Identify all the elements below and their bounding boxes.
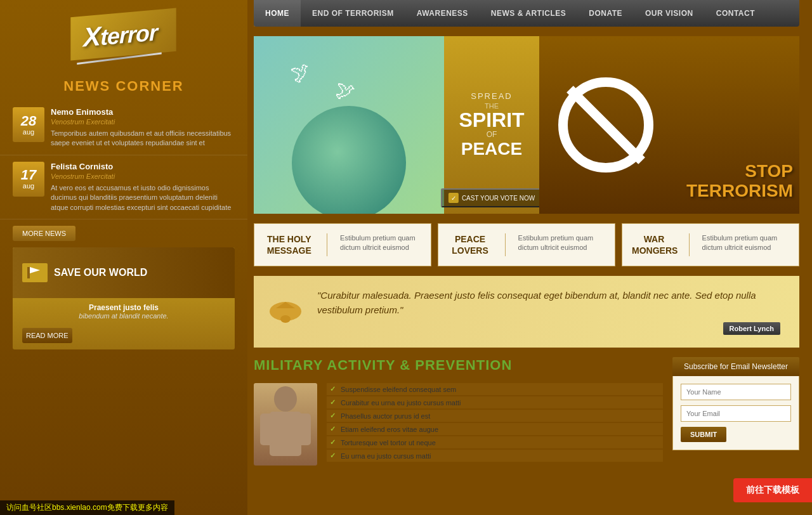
logo-area: Xterror: [0, 0, 247, 68]
name-input[interactable]: [681, 384, 791, 400]
list-text-0: Suspendisse eleifend consequat sem: [341, 386, 456, 393]
info-box-title-3: WAR MONGERS: [632, 233, 676, 256]
info-box-text-3: Estibulum pretium quam dictum ultricit e…: [702, 233, 789, 256]
military-list: ✓ Suspendisse eleifend consequat sem ✓ C…: [327, 383, 663, 466]
nav-our-vision[interactable]: OUR VISION: [634, 0, 705, 27]
spirit-text: SPIRIT: [459, 110, 524, 130]
peace-text: PEACE: [461, 139, 522, 159]
check-icon-4: ✓: [330, 438, 336, 447]
of-text: OF: [487, 130, 497, 139]
info-box-divider-1: [327, 233, 327, 256]
news-date-box-1: 28 aug: [13, 107, 44, 142]
news-subtitle-2: Venostrum Exercitati: [51, 173, 235, 180]
svg-point-5: [274, 386, 297, 412]
read-more-button[interactable]: READ MORE: [22, 328, 72, 343]
checkmark-icon: ✓: [449, 193, 459, 203]
nav-contact[interactable]: CONTACT: [705, 0, 766, 27]
info-box-text-1: Estibulum pretium quam dictum ultricit e…: [340, 233, 421, 256]
nav-awareness[interactable]: AWARENESS: [405, 0, 480, 27]
vote-btn-label: CAST YOUR VOTE NOW: [462, 195, 535, 202]
nav-news-articles[interactable]: NEWS & ARTICLES: [480, 0, 577, 27]
news-item-2: 17 aug Felista Cornisto Venostrum Exerci…: [0, 155, 247, 219]
stop-text: STOP: [686, 162, 793, 181]
save-world-banner: SAVE OUR WORLD: [13, 247, 235, 298]
email-input[interactable]: [681, 405, 791, 422]
spread-text: SPREAD: [471, 91, 512, 101]
info-box-text-2: Estibulum pretium quam dictum ultricit e…: [518, 233, 605, 256]
news-item-1: 28 aug Nemo Enimosta Venostrum Exercitat…: [0, 101, 247, 155]
logo-x: X: [84, 21, 101, 53]
list-text-5: Eu urna eu justo cursus matti: [341, 452, 431, 460]
terrorism-text: TERRORISM: [686, 181, 793, 201]
save-world-desc-title: Praesent justo felis: [22, 303, 225, 312]
military-section-title: MILITARY ACTIVITY & PREVENTION: [254, 357, 663, 374]
news-text-2: At vero eos et accusamus et iusto odio d…: [51, 183, 235, 212]
no-symbol-icon: [558, 77, 653, 173]
submit-button[interactable]: SUBMIT: [681, 427, 726, 442]
sidebar: Xterror NEWS CORNER 28 aug Nemo Enimosta…: [0, 0, 247, 478]
svg-rect-7: [260, 414, 273, 445]
nav-donate[interactable]: DONATE: [577, 0, 634, 27]
main-nav: HOME END OF TERRORISM AWARENESS NEWS & A…: [254, 0, 799, 27]
info-box-1: THE HOLY MESSAGE Estibulum pretium quam …: [254, 223, 431, 266]
save-world-desc-sub: bibendum at blandit necante.: [22, 312, 225, 320]
list-item-0: ✓ Suspendisse eleifend consequat sem: [327, 383, 663, 395]
info-box-2: PEACE LOVERS Estibulum pretium quam dict…: [438, 223, 615, 266]
hero-right: STOP TERRORISM: [539, 36, 799, 214]
news-title-1: Nemo Enimosta: [51, 107, 235, 117]
svg-rect-0: [27, 267, 30, 278]
subscribe-header: Subscribe for Email Newsletter: [672, 357, 799, 376]
flag-icon: [22, 263, 48, 282]
vote-button[interactable]: ✓ CAST YOUR VOTE NOW: [441, 188, 542, 207]
info-boxes: THE HOLY MESSAGE Estibulum pretium quam …: [254, 223, 799, 266]
military-image: [254, 383, 317, 466]
info-box-divider-2: [505, 233, 506, 256]
info-box-3: WAR MONGERS Estibulum pretium quam dictu…: [622, 223, 799, 266]
check-icon-0: ✓: [330, 385, 336, 393]
subscribe-body: SUBMIT: [672, 376, 799, 450]
list-item-1: ✓ Curabitur eu urna eu justo cursus matt…: [327, 396, 663, 408]
subscribe-section: Subscribe for Email Newsletter SUBMIT: [672, 357, 799, 466]
news-date-num-1: 28: [21, 114, 36, 128]
news-title-2: Felista Cornisto: [51, 162, 235, 171]
lower-section: MILITARY ACTIVITY & PREVENTION ✓: [254, 357, 799, 466]
dove-icon-2: 🕊: [334, 79, 357, 104]
save-world-box: SAVE OUR WORLD Praesent justo felis bibe…: [13, 247, 235, 349]
quote-text: "Curabitur malesuada. Praesent justo fel…: [317, 289, 780, 317]
news-date-month-1: aug: [23, 128, 34, 136]
logo-text: Xterror: [84, 19, 158, 51]
pencil-decoration: [77, 53, 162, 65]
hero-middle: SPREAD THE SPIRIT OF PEACE ✓ CAST YOUR V…: [444, 36, 539, 214]
check-icon-3: ✓: [330, 425, 336, 433]
info-box-title-2: PEACE LOVERS: [448, 233, 492, 256]
list-text-4: Torturesque vel tortor ut neque: [341, 439, 436, 447]
military-content: ✓ Suspendisse eleifend consequat sem ✓ C…: [254, 383, 663, 466]
hero-section: 🕊 🕊 SPREAD THE SPIRIT OF PEACE ✓ CAST YO…: [254, 36, 799, 214]
list-text-2: Phasellus auctor purus id est: [341, 412, 430, 420]
check-icon-5: ✓: [330, 452, 336, 460]
person-silhouette: [254, 383, 317, 466]
bird-icon: [266, 292, 304, 332]
military-section: MILITARY ACTIVITY & PREVENTION ✓: [254, 357, 663, 466]
nav-home[interactable]: HOME: [254, 0, 301, 27]
news-subtitle-1: Venostrum Exercitati: [51, 118, 235, 126]
nav-end-of-terrorism[interactable]: END OF TERRORISM: [301, 0, 405, 27]
dove-icon-1: 🕊: [289, 59, 314, 86]
hero-globe: [292, 106, 406, 214]
list-item-2: ✓ Phasellus auctor purus id est: [327, 410, 663, 422]
list-item-4: ✓ Torturesque vel tortor ut neque: [327, 436, 663, 448]
news-date-num-2: 17: [21, 168, 36, 182]
more-news-button[interactable]: MORE NEWS: [13, 226, 75, 241]
check-icon-2: ✓: [330, 412, 336, 420]
hero-left: 🕊 🕊: [254, 36, 444, 214]
news-date-box-2: 17 aug: [13, 162, 44, 197]
check-icon-1: ✓: [330, 398, 336, 407]
list-text-3: Etiam eleifend eros vitae augue: [341, 426, 438, 433]
list-item-5: ✓ Eu urna eu justo cursus matti: [327, 450, 663, 462]
news-content-2: Felista Cornisto Venostrum Exercitati At…: [51, 162, 235, 212]
logo-box: Xterror: [71, 8, 176, 61]
quote-author: Robert Lynch: [723, 322, 781, 335]
info-box-divider-3: [689, 233, 690, 256]
logo-terror: terror: [101, 19, 158, 50]
news-corner-title: NEWS CORNER: [0, 68, 247, 101]
